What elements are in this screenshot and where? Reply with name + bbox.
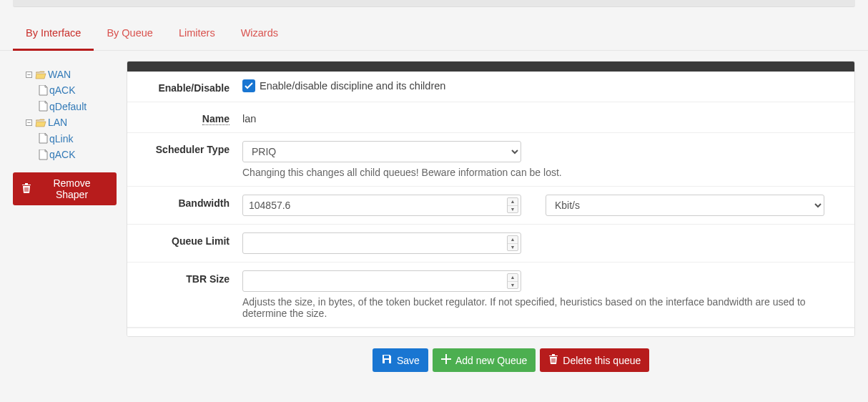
tree-node-lan[interactable]: − LAN — [13, 114, 117, 130]
tree-label[interactable]: WAN — [48, 67, 71, 82]
button-label: Add new Queue — [455, 355, 527, 366]
tab-wizards[interactable]: Wizards — [228, 20, 291, 51]
enable-label: Enable/Disable — [139, 79, 242, 94]
minus-icon[interactable]: − — [26, 72, 32, 78]
tree-label[interactable]: LAN — [48, 114, 67, 130]
tree-node-wan-qdefault[interactable]: qDefault — [13, 99, 117, 114]
svg-rect-1 — [385, 360, 389, 363]
bandwidth-label: Bandwidth — [139, 195, 242, 209]
number-stepper[interactable]: ▲ ▼ — [507, 197, 518, 213]
name-value: lan — [242, 110, 843, 124]
name-label: Name — [139, 110, 242, 124]
tab-limiters[interactable]: Limiters — [166, 20, 228, 51]
sidebar: − WAN qACK qDefault — [13, 61, 117, 372]
file-icon — [39, 85, 48, 96]
chevron-down-icon[interactable]: ▼ — [508, 244, 518, 251]
enable-text: Enable/disable discipline and its childr… — [260, 80, 445, 92]
delete-queue-button[interactable]: Delete this queue — [540, 348, 649, 372]
scheduler-select[interactable]: PRIQ — [242, 141, 521, 162]
tree-node-wan[interactable]: − WAN — [13, 67, 117, 82]
tbr-help: Adjusts the size, in bytes, of the token… — [242, 296, 814, 319]
tree-label[interactable]: qLink — [49, 131, 73, 147]
queue-limit-input[interactable] — [242, 232, 521, 254]
minus-icon[interactable]: − — [26, 119, 32, 126]
chevron-down-icon[interactable]: ▼ — [508, 206, 518, 213]
tbr-input[interactable] — [242, 270, 521, 292]
tabs-bar: By Interface By Queue Limiters Wizards — [0, 7, 868, 51]
scheduler-help: Changing this changes all child queues! … — [242, 167, 843, 178]
tree-node-lan-qlink[interactable]: qLink — [13, 131, 117, 147]
scheduler-label: Scheduler Type — [139, 141, 242, 155]
tree-node-lan-qack[interactable]: qACK — [13, 147, 117, 162]
number-stepper[interactable]: ▲ ▼ — [507, 235, 518, 251]
button-label: Delete this queue — [563, 355, 641, 366]
svg-rect-0 — [384, 356, 389, 358]
tree-label[interactable]: qDefault — [49, 99, 87, 114]
trash-icon — [548, 353, 558, 367]
tab-by-queue[interactable]: By Queue — [94, 20, 166, 51]
chevron-up-icon[interactable]: ▲ — [508, 274, 518, 282]
file-icon — [39, 133, 48, 144]
bandwidth-unit-select[interactable]: Kbit/s — [546, 195, 824, 216]
button-label: Remove Shaper — [36, 177, 108, 200]
form-panel: Enable/Disable Enable/disable discipline… — [127, 61, 855, 337]
folder-open-icon — [35, 70, 46, 79]
remove-shaper-button[interactable]: Remove Shaper — [13, 172, 117, 205]
tab-by-interface[interactable]: By Interface — [13, 20, 94, 51]
bandwidth-input[interactable] — [242, 195, 521, 216]
form-actions: Save Add new Queue Delete this queue — [127, 337, 855, 372]
enable-checkbox[interactable] — [242, 79, 255, 92]
file-icon — [39, 101, 48, 112]
queue-limit-label: Queue Limit — [139, 232, 242, 247]
save-icon — [381, 353, 393, 367]
number-stepper[interactable]: ▲ ▼ — [507, 273, 518, 289]
chevron-up-icon[interactable]: ▲ — [508, 236, 518, 244]
interface-tree: − WAN qACK qDefault — [13, 67, 117, 162]
file-icon — [39, 149, 48, 160]
save-button[interactable]: Save — [373, 348, 428, 372]
button-label: Save — [397, 355, 420, 366]
tbr-label: TBR Size — [139, 270, 242, 285]
chevron-down-icon[interactable]: ▼ — [508, 282, 518, 289]
trash-icon — [21, 182, 31, 196]
panel-header-bar — [127, 62, 854, 72]
chevron-up-icon[interactable]: ▲ — [508, 198, 518, 206]
tree-label[interactable]: qACK — [49, 82, 76, 98]
tree-label[interactable]: qACK — [49, 147, 76, 162]
folder-open-icon — [35, 118, 46, 127]
tree-node-wan-qack[interactable]: qACK — [13, 82, 117, 98]
plus-icon — [441, 354, 451, 366]
add-queue-button[interactable]: Add new Queue — [433, 348, 536, 372]
